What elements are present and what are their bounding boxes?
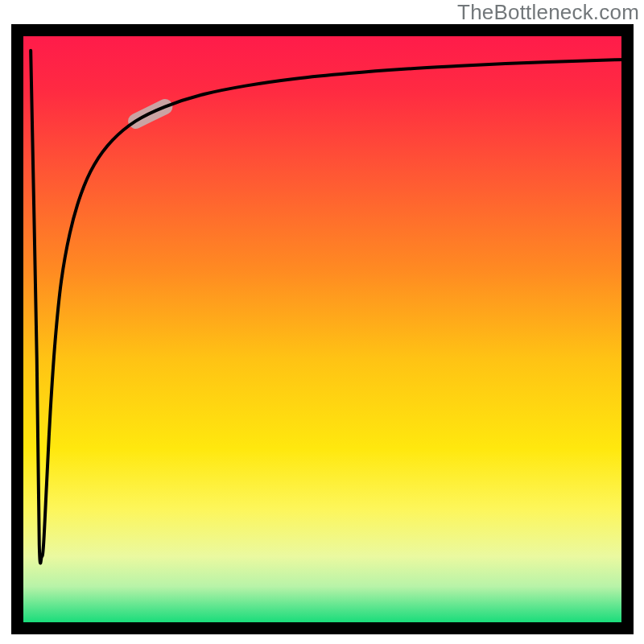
attribution-label: TheBottleneck.com — [457, 0, 639, 25]
bottleneck-chart — [0, 0, 644, 644]
chart-stage: TheBottleneck.com — [0, 0, 644, 644]
gradient-background — [18, 31, 628, 629]
